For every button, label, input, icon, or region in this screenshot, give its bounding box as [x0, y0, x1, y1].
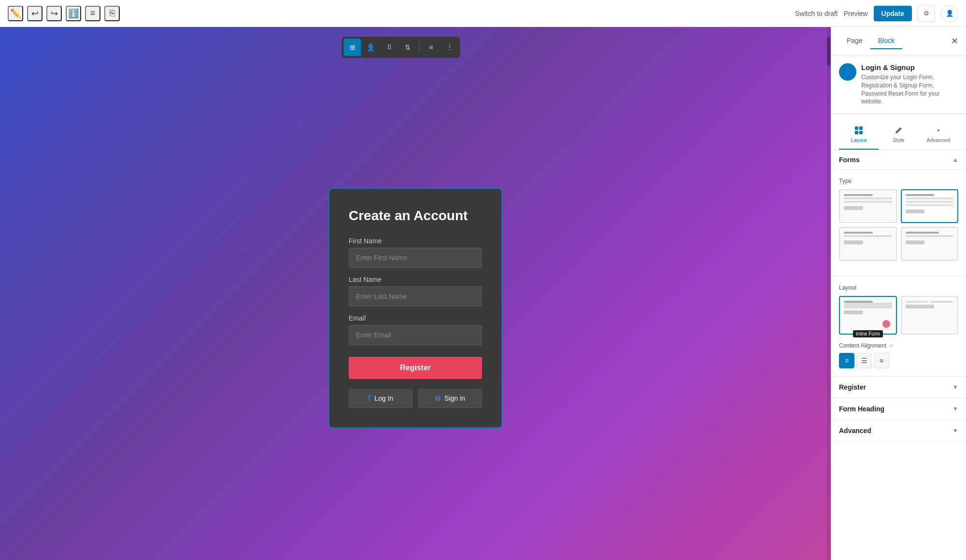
align-right-button[interactable]: ≡ — [874, 353, 889, 368]
tab-icons-row: Layout Style Advanced — [831, 114, 966, 150]
layout-section: Layout Inline Form — [831, 277, 966, 377]
layout-grid: Inline Form — [839, 296, 958, 335]
email-group: Email — [349, 314, 482, 345]
register-button[interactable]: Register — [349, 357, 482, 379]
tab-page[interactable]: Page — [839, 33, 870, 49]
card-line — [844, 307, 892, 308]
register-chevron-icon: ▼ — [952, 384, 958, 391]
divider — [419, 42, 420, 53]
block-user-icon[interactable]: 👤 — [362, 39, 380, 56]
canvas-area: ⊞ 👤 ⠿ ⇅ ≡ ⋮ Create an Account First Name… — [0, 27, 831, 560]
toolbar-left: ✏️ ↩ ↪ ℹ️ ≡ ⎘ — [8, 6, 120, 21]
google-signin-button[interactable]: G Sign in — [418, 389, 482, 408]
block-more-options[interactable]: ⋮ — [441, 39, 458, 56]
preview-button[interactable]: Preview — [844, 10, 868, 17]
last-name-input[interactable] — [349, 286, 482, 307]
card-lines-login — [844, 194, 892, 210]
alignment-reset-icon[interactable]: ↺ — [889, 343, 893, 349]
edit-icon[interactable]: ✏️ — [8, 6, 23, 21]
forms-section-label: Forms — [839, 156, 860, 164]
align-left-button[interactable]: ≡ — [839, 353, 854, 368]
block-toolbar: ⊞ 👤 ⠿ ⇅ ≡ ⋮ — [342, 37, 460, 58]
form-type-reset[interactable] — [901, 227, 959, 261]
tab-advanced[interactable]: Advanced — [919, 122, 958, 150]
form-heading-label: Form Heading — [839, 405, 884, 413]
block-type-button[interactable]: ⊞ — [344, 39, 361, 56]
card-line — [844, 194, 873, 196]
social-buttons: f Log In G Sign in — [349, 389, 482, 408]
layout-card-2[interactable] — [901, 296, 959, 335]
redo-icon[interactable]: ↪ — [46, 6, 62, 21]
tab-style-label: Style — [893, 137, 904, 143]
form-type-forgot[interactable] — [839, 227, 897, 261]
update-button[interactable]: Update — [874, 6, 912, 21]
form-heading-section[interactable]: Form Heading ▼ — [831, 398, 966, 420]
forms-section-header[interactable]: Forms ▲ — [831, 150, 966, 170]
facebook-icon: f — [368, 394, 370, 403]
facebook-login-button[interactable]: f Log In — [349, 389, 412, 408]
email-input[interactable] — [349, 325, 482, 345]
google-icon: G — [435, 394, 440, 402]
form-type-register[interactable] — [901, 189, 959, 223]
copy-icon[interactable]: ⎘ — [104, 6, 120, 21]
main-area: ⊞ 👤 ⠿ ⇅ ≡ ⋮ Create an Account First Name… — [0, 27, 966, 560]
card-line — [906, 232, 939, 234]
inline-form-lines — [844, 301, 892, 314]
style-icon — [894, 126, 903, 135]
svg-rect-1 — [859, 126, 863, 130]
panel-close-button[interactable]: ✕ — [951, 36, 958, 46]
align-center-button[interactable]: ☰ — [856, 353, 872, 368]
plugin-icon: 👤 — [839, 63, 856, 81]
card-btn-line — [906, 210, 925, 213]
register-section[interactable]: Register ▼ — [831, 377, 966, 398]
svg-rect-3 — [859, 131, 863, 134]
register-section-label: Register — [839, 383, 866, 391]
tab-style[interactable]: Style — [879, 122, 918, 150]
right-panel: Page Block ✕ 👤 Login & Signup Customize … — [831, 27, 966, 560]
settings-button[interactable]: ⚙ — [918, 5, 935, 22]
block-drag-handle[interactable]: ⠿ — [381, 39, 398, 56]
advanced-chevron-icon: ▼ — [952, 427, 958, 434]
svg-rect-0 — [855, 126, 858, 130]
form-card: Create an Account First Name Last Name E… — [328, 188, 502, 428]
switch-draft-button[interactable]: Switch to draft — [795, 10, 838, 17]
form-type-grid — [839, 189, 958, 261]
list-view-icon[interactable]: ≡ — [85, 6, 100, 21]
block-move-up-down[interactable]: ⇅ — [399, 39, 416, 56]
card-line — [906, 194, 935, 196]
layout2-lines — [906, 301, 954, 308]
card-line — [844, 235, 892, 237]
form-type-login[interactable] — [839, 189, 897, 223]
svg-rect-2 — [855, 131, 858, 134]
tab-advanced-label: Advanced — [926, 137, 950, 143]
card-btn-line — [906, 305, 935, 308]
cursor-indicator — [882, 320, 890, 328]
first-name-group: First Name — [349, 237, 482, 268]
undo-icon[interactable]: ↩ — [27, 6, 43, 21]
type-label: Type — [839, 178, 958, 184]
block-align-button[interactable]: ≡ — [423, 39, 440, 56]
tab-block[interactable]: Block — [870, 33, 902, 49]
tab-layout[interactable]: Layout — [839, 122, 879, 150]
plugin-header: 👤 Login & Signup Customize your Login Fo… — [831, 56, 966, 114]
user-avatar-button[interactable]: 👤 — [941, 5, 958, 22]
card-line — [906, 235, 954, 237]
panel-header: Page Block ✕ — [831, 27, 966, 56]
card-line — [906, 197, 954, 199]
layout-label: Layout — [839, 284, 958, 291]
info-icon[interactable]: ℹ️ — [66, 6, 81, 21]
first-name-label: First Name — [349, 237, 482, 245]
advanced-section-label: Advanced — [839, 427, 871, 434]
card-line — [906, 204, 954, 206]
first-name-input[interactable] — [349, 248, 482, 268]
form-title: Create an Account — [349, 208, 482, 224]
layout-inline-tooltip: Inline Form — [853, 330, 883, 337]
advanced-section[interactable]: Advanced ▼ — [831, 420, 966, 442]
forms-section: Type — [831, 170, 966, 277]
canvas-scrollbar[interactable] — [827, 27, 831, 560]
layout-inline-form[interactable]: Inline Form — [839, 296, 897, 335]
card-line — [844, 232, 873, 234]
forms-chevron-icon: ▲ — [952, 156, 958, 163]
card-lines-reset — [906, 232, 954, 244]
card-btn-line — [844, 206, 863, 210]
